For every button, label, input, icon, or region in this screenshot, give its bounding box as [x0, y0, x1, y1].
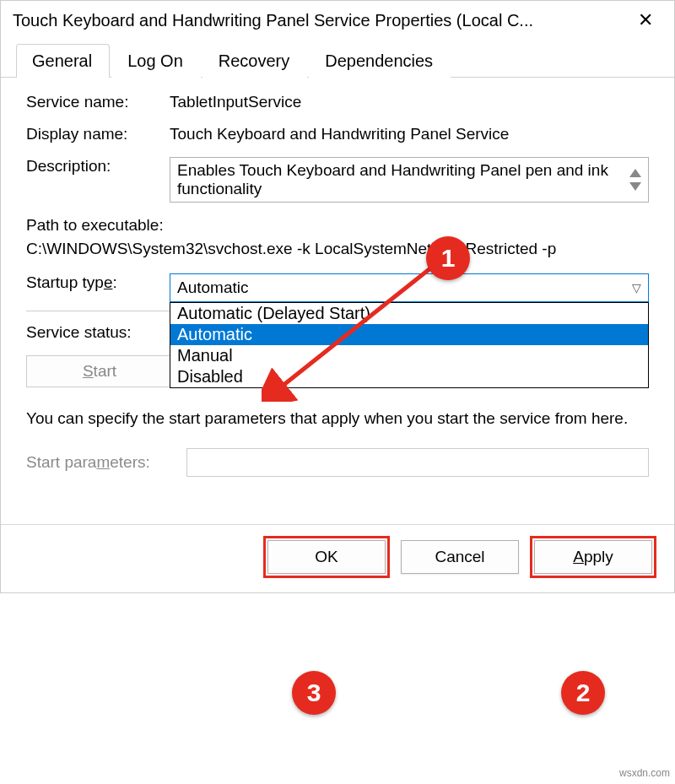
ok-button[interactable]: OK [267, 540, 386, 574]
tab-strip: General Log On Recovery Dependencies [1, 36, 674, 78]
start-button[interactable]: Start [26, 355, 173, 387]
chevron-down-icon: ▽ [632, 281, 641, 295]
option-disabled[interactable]: Disabled [170, 366, 648, 387]
close-icon[interactable]: ✕ [627, 8, 664, 33]
scroll-up-icon[interactable] [629, 169, 641, 177]
row-service-name: Service name: TabletInputService [26, 93, 649, 111]
option-automatic[interactable]: Automatic [170, 324, 648, 345]
tab-log-on[interactable]: Log On [111, 44, 201, 78]
watermark: wsxdn.com [619, 767, 670, 779]
option-automatic-delayed[interactable]: Automatic (Delayed Start) [170, 303, 648, 324]
description-text: Enables Touch Keyboard and Handwriting P… [177, 161, 624, 198]
option-manual[interactable]: Manual [170, 345, 648, 366]
window-title: Touch Keyboard and Handwriting Panel Ser… [13, 11, 627, 30]
row-start-parameters: Start parameters: [26, 448, 649, 477]
description-scroll[interactable] [629, 169, 641, 191]
label-service-name: Service name: [26, 93, 170, 111]
scroll-down-icon[interactable] [629, 182, 641, 191]
label-start-parameters: Start parameters: [26, 453, 186, 472]
tab-general[interactable]: General [16, 44, 110, 78]
start-parameters-input[interactable] [186, 448, 649, 477]
row-path: Path to executable: C:\WINDOWS\System32\… [26, 216, 649, 258]
row-startup-type: Startup type: Automatic ▽ Automatic (Del… [26, 273, 649, 302]
annotation-badge-2: 2 [561, 671, 605, 715]
label-description: Description: [26, 157, 170, 176]
label-display-name: Display name: [26, 125, 170, 143]
row-description: Description: Enables Touch Keyboard and … [26, 157, 649, 203]
titlebar: Touch Keyboard and Handwriting Panel Ser… [1, 1, 674, 36]
row-display-name: Display name: Touch Keyboard and Handwri… [26, 125, 649, 143]
annotation-badge-3: 3 [292, 671, 336, 715]
startup-type-select[interactable]: Automatic ▽ [170, 273, 649, 302]
startup-type-selected-value: Automatic [177, 278, 248, 297]
value-service-name: TabletInputService [170, 93, 649, 111]
divider [26, 311, 170, 311]
tab-dependencies[interactable]: Dependencies [309, 44, 451, 78]
description-textbox[interactable]: Enables Touch Keyboard and Handwriting P… [170, 157, 649, 203]
dialog-footer: OK Cancel Apply [1, 524, 674, 592]
startup-type-dropdown: Automatic (Delayed Start) Automatic Manu… [170, 302, 649, 388]
tab-recovery[interactable]: Recovery [202, 44, 307, 78]
value-path: C:\WINDOWS\System32\svchost.exe -k Local… [26, 240, 649, 258]
dialog-window: Touch Keyboard and Handwriting Panel Ser… [0, 0, 675, 593]
label-service-status: Service status: [26, 323, 170, 342]
cancel-button[interactable]: Cancel [401, 540, 519, 574]
value-display-name: Touch Keyboard and Handwriting Panel Ser… [170, 125, 649, 143]
hint-text: You can specify the start parameters tha… [26, 408, 649, 430]
startup-type-select-wrap: Automatic ▽ Automatic (Delayed Start) Au… [170, 273, 649, 302]
label-startup-type: Startup type: [26, 273, 170, 292]
apply-button[interactable]: Apply [534, 540, 652, 574]
label-path: Path to executable: [26, 216, 649, 235]
general-panel: Service name: TabletInputService Display… [1, 78, 674, 524]
